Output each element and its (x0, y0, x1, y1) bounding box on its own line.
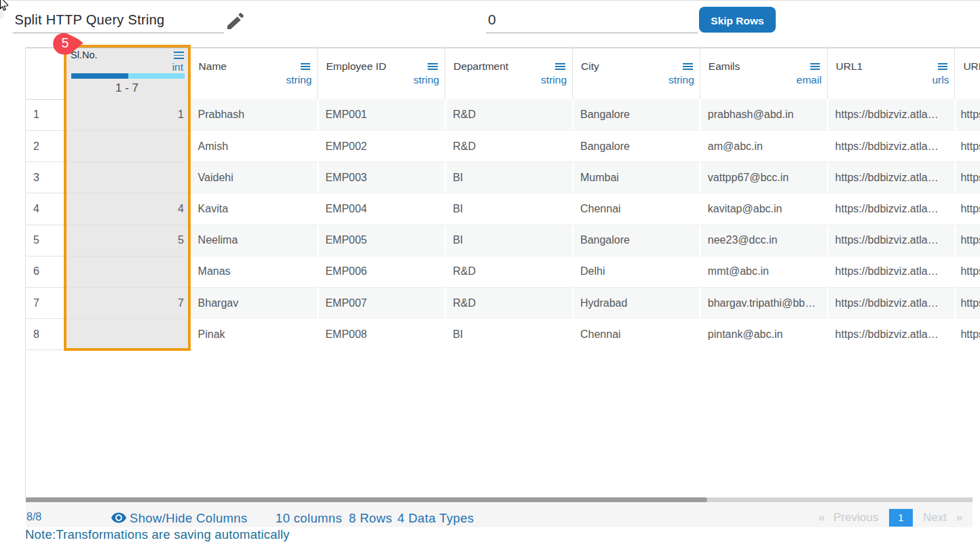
svg-text:5: 5 (62, 35, 69, 50)
